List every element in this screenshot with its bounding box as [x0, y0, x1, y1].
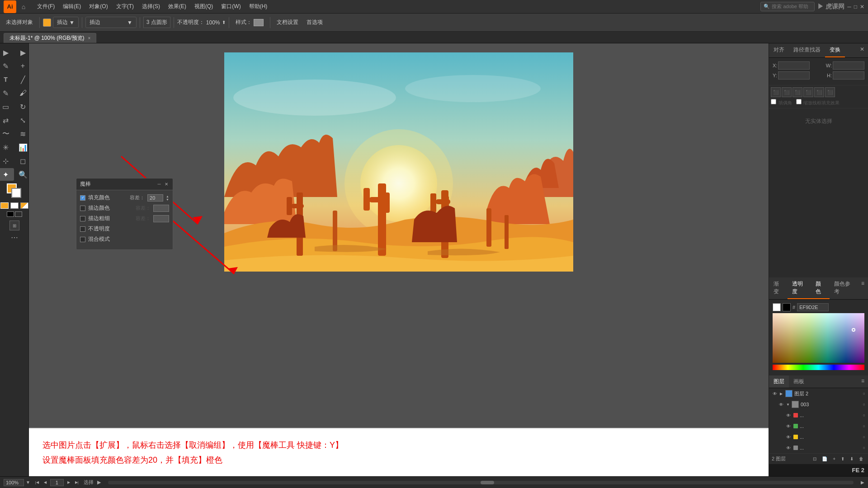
artwork-canvas[interactable] — [224, 52, 573, 272]
blend-mode-checkbox[interactable] — [80, 237, 85, 242]
align-right-btn[interactable]: ⬛ — [793, 87, 802, 97]
none-mode-icon[interactable] — [20, 202, 28, 209]
new-sublayer-btn[interactable]: 📄 — [820, 455, 829, 462]
white-swatch[interactable] — [773, 303, 781, 311]
panel-menu-icon[interactable]: ✕ — [856, 43, 868, 57]
magic-wand-panel-header[interactable]: 魔棒 ─ ✕ — [76, 178, 173, 190]
reset-icon[interactable] — [15, 211, 22, 217]
sublayer-003-lock[interactable]: ○ — [863, 402, 865, 407]
color-spectrum[interactable] — [773, 313, 864, 363]
color-layer-green[interactable]: 👁 ... ○ — [769, 421, 868, 432]
color-layer-yellow[interactable]: 👁 ... ○ — [769, 432, 868, 442]
slice-tool[interactable]: ⊹ — [0, 155, 14, 167]
stroke-width-checkbox[interactable] — [80, 216, 85, 221]
close-btn[interactable]: ✕ — [860, 4, 864, 10]
document-tab[interactable]: 未标题-1* @ 100% (RGB/预览) × — [4, 33, 96, 43]
color-layer-gray-eye[interactable]: 👁 — [785, 445, 792, 451]
page-input[interactable] — [50, 479, 64, 486]
tab-gradient[interactable]: 渐变 — [769, 277, 788, 299]
menu-view[interactable]: 视图(Q) — [191, 1, 217, 12]
hex-value-input[interactable] — [797, 303, 829, 311]
panel-close-btn[interactable]: ✕ — [164, 182, 169, 187]
color-layer-red-eye[interactable]: 👁 — [785, 412, 792, 418]
selection-tool[interactable]: ▶ — [0, 46, 14, 59]
tab-transform[interactable]: 变换 — [825, 43, 845, 57]
canvas-scrollbar[interactable] — [108, 481, 854, 484]
menu-object[interactable]: 对象(O) — [85, 1, 111, 12]
tab-artboards[interactable]: 画板 — [789, 375, 809, 388]
color-panel-menu[interactable]: ≡ — [858, 277, 868, 299]
stroke-color-checkbox[interactable] — [80, 206, 85, 211]
fill-color-checkbox[interactable] — [80, 195, 85, 201]
point-selector[interactable]: 3 点圆形 — [143, 17, 170, 28]
view-mode-btn[interactable]: ⊞ — [9, 221, 19, 230]
pen-tool[interactable]: ✎ — [0, 60, 14, 72]
layer-2-eye[interactable]: 👁 — [772, 390, 778, 397]
layer-2-item[interactable]: 👁 ▶ 图层 2 ○ — [769, 388, 868, 399]
tab-layers[interactable]: 图层 — [769, 375, 789, 388]
w-input[interactable] — [833, 61, 864, 70]
text-tool[interactable]: T — [0, 73, 14, 86]
magic-wand-tool[interactable]: ✦ — [0, 168, 14, 181]
rectangle-tool[interactable]: ▭ — [0, 100, 14, 113]
align-top-btn[interactable]: ⬛ — [803, 87, 813, 97]
fill-tolerance-input[interactable] — [147, 194, 163, 202]
move-layer-btn[interactable]: ⬇ — [848, 455, 855, 462]
symbol-sprayer[interactable]: ✳ — [0, 141, 14, 154]
pencil-tool[interactable]: ✎ — [0, 87, 14, 99]
align-center-btn[interactable]: ⬛ — [782, 87, 792, 97]
align-left-btn[interactable]: ⬛ — [771, 87, 781, 97]
tab-opacity[interactable]: 透明度 — [788, 277, 811, 299]
opacity-checkbox[interactable] — [80, 226, 85, 232]
background-color[interactable] — [11, 188, 21, 198]
menu-effect[interactable]: 效果(E) — [165, 1, 190, 12]
tab-color-ref[interactable]: 颜色参考 — [830, 277, 858, 299]
menu-edit[interactable]: 编辑(E) — [59, 1, 85, 12]
more-tools-btn[interactable]: ⋯ — [11, 233, 18, 242]
delete-layer-btn[interactable]: 🗑 — [857, 455, 865, 462]
zoom-input[interactable] — [4, 479, 24, 486]
y-input[interactable] — [778, 71, 810, 80]
sublayer-003-eye[interactable]: 👁 — [778, 401, 784, 408]
canvas-container[interactable]: 魔棒 ─ ✕ 填充颜色 容差： ▲ ▼ — [29, 43, 769, 428]
black-swatch[interactable] — [783, 303, 791, 311]
doc-setup-btn[interactable]: 文档设置 — [274, 17, 302, 28]
color-layer-green-eye[interactable]: 👁 — [785, 423, 792, 429]
color-hue-bar[interactable] — [773, 365, 864, 370]
menu-window[interactable]: 窗口(W) — [217, 1, 244, 12]
x-input[interactable] — [778, 61, 810, 70]
color-layer-gray-lock[interactable]: ○ — [863, 446, 865, 450]
align-bottom-btn[interactable]: ⬛ — [825, 87, 835, 97]
transform-pattern-cb[interactable] — [771, 99, 776, 104]
last-page-btn[interactable]: ▶| — [74, 479, 80, 486]
brush-selector[interactable]: 插边 ▼ — [85, 17, 137, 28]
stroke-tolerance-input[interactable] — [153, 205, 169, 212]
scroll-right-btn[interactable]: ▶ — [861, 480, 864, 485]
minimize-btn[interactable]: ─ — [847, 4, 851, 10]
opacity-up-arrow[interactable]: ⬆ — [222, 20, 226, 25]
arrange-layers-btn[interactable]: ⬆ — [839, 455, 846, 462]
zoom-dropdown[interactable]: ▼ — [26, 480, 30, 485]
layer-2-lock[interactable]: ○ — [863, 391, 865, 396]
swap-icon[interactable] — [7, 211, 14, 217]
layers-menu-icon[interactable]: ≡ — [858, 375, 868, 388]
layer-2-arrow[interactable]: ▶ — [780, 392, 783, 395]
fill-tolerance-up[interactable]: ▲ — [166, 195, 169, 198]
preferences-btn[interactable]: 首选项 — [303, 17, 326, 28]
reflect-tool[interactable]: ⇄ — [0, 114, 14, 127]
next-page-btn[interactable]: ▶ — [66, 479, 72, 486]
color-layer-gray[interactable]: 👁 ... ○ — [769, 442, 868, 453]
maximize-btn[interactable]: □ — [854, 4, 857, 10]
stroke-dropdown[interactable]: 插边 ▼ — [53, 17, 79, 28]
prev-page-btn[interactable]: ◀ — [42, 479, 48, 486]
color-mode-icon[interactable] — [0, 202, 9, 209]
new-layer-btn[interactable]: + — [831, 455, 837, 462]
align-middle-btn[interactable]: ⬛ — [814, 87, 824, 97]
sublayer-003-arrow[interactable]: ▼ — [786, 403, 790, 406]
menu-file[interactable]: 文件(F) — [33, 1, 58, 12]
panel-minimize-btn[interactable]: ─ — [156, 182, 162, 187]
tab-pathfinder[interactable]: 路径查找器 — [789, 43, 825, 57]
color-layer-green-lock[interactable]: ○ — [863, 424, 865, 428]
color-layer-red[interactable]: 👁 ... ○ — [769, 410, 868, 421]
home-icon[interactable]: ⌂ — [18, 1, 29, 12]
